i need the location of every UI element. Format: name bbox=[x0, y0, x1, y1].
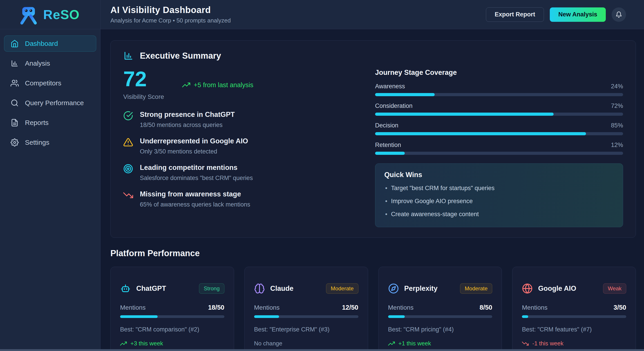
best-query: Best: "CRM pricing" (#4) bbox=[388, 326, 492, 333]
platform-name: Claude bbox=[270, 285, 321, 293]
bar-chart-icon bbox=[123, 50, 134, 61]
visibility-score: 72 Visibility Score bbox=[123, 68, 164, 100]
sidebar-item-reports[interactable]: Reports bbox=[4, 115, 96, 131]
sidebar-item-query-performance[interactable]: Query Performance bbox=[4, 95, 96, 111]
mentions-value: 12/50 bbox=[342, 304, 358, 311]
document-icon bbox=[10, 119, 19, 127]
trending-down-icon bbox=[522, 340, 529, 347]
platform-card-chatgpt: ChatGPT Strong Mentions 18/50 Best: "CRM… bbox=[110, 267, 234, 351]
platform-performance-title: Platform Performance bbox=[110, 249, 636, 258]
finding-title: Missing from awareness stage bbox=[140, 190, 250, 198]
trending-up-icon bbox=[388, 340, 395, 347]
finding-title: Underrepresented in Google AIO bbox=[140, 137, 248, 145]
brand-name: ReSO bbox=[43, 7, 80, 22]
content-pane: AI Visibility Dashboard Analysis for Acm… bbox=[100, 0, 644, 351]
robot-icon bbox=[18, 4, 39, 25]
globe-icon bbox=[522, 283, 533, 294]
finding-item: Leading competitor mentions Salesforce d… bbox=[123, 163, 350, 182]
mentions-progress-track bbox=[388, 315, 492, 318]
finding-title: Leading competitor mentions bbox=[140, 163, 253, 172]
quick-wins-panel: Quick Wins Target "best CRM for startups… bbox=[375, 163, 623, 227]
trending-up-icon bbox=[120, 340, 127, 347]
platform-name: Perplexity bbox=[404, 285, 455, 293]
weekly-trend-label: +1 this week bbox=[398, 340, 431, 347]
weekly-trend: +3 this week bbox=[120, 340, 224, 347]
sidebar-item-settings[interactable]: Settings bbox=[4, 134, 96, 151]
brand-logo[interactable]: ReSO bbox=[0, 0, 100, 29]
sidebar-item-label: Settings bbox=[25, 139, 49, 146]
findings-list: Strong presence in ChatGPT 18/50 mention… bbox=[123, 110, 350, 208]
export-report-button[interactable]: Export Report bbox=[486, 7, 544, 22]
new-analysis-button[interactable]: New Analysis bbox=[550, 7, 606, 22]
mentions-value: 18/50 bbox=[208, 304, 224, 311]
search-icon bbox=[10, 99, 19, 107]
brain-icon bbox=[254, 283, 265, 294]
bell-icon bbox=[616, 11, 622, 18]
mentions-label: Mentions bbox=[120, 304, 146, 311]
sidebar-item-label: Analysis bbox=[25, 59, 50, 67]
platform-card-claude: Claude Moderate Mentions 12/50 Best: "En… bbox=[244, 267, 368, 351]
mentions-progress-fill bbox=[254, 315, 279, 318]
weekly-trend-label: -1 this week bbox=[532, 340, 564, 347]
compass-icon bbox=[388, 283, 399, 294]
target-icon bbox=[123, 164, 133, 175]
weekly-trend: -1 this week bbox=[522, 340, 626, 347]
finding-detail: 18/50 mentions across queries bbox=[140, 121, 235, 129]
platform-cards: ChatGPT Strong Mentions 18/50 Best: "CRM… bbox=[110, 267, 636, 351]
mentions-label: Mentions bbox=[388, 304, 414, 311]
status-badge: Weak bbox=[603, 283, 626, 294]
best-query: Best: "CRM comparison" (#2) bbox=[120, 326, 224, 333]
finding-item: Missing from awareness stage 65% of awar… bbox=[123, 190, 350, 208]
executive-summary-title: Executive Summary bbox=[140, 51, 221, 61]
quick-win-item: Improve Google AIO presence bbox=[384, 197, 614, 205]
trending-up-icon bbox=[182, 81, 190, 89]
notifications-button[interactable] bbox=[612, 7, 626, 22]
finding-detail: Salesforce dominates "best CRM" queries bbox=[140, 174, 253, 182]
mentions-progress-track bbox=[120, 315, 224, 318]
mentions-progress-track bbox=[522, 315, 626, 318]
journey-column: Journey Stage Coverage Awareness 24% Con… bbox=[375, 68, 623, 227]
sidebar-item-label: Reports bbox=[25, 119, 48, 126]
platform-name: Google AIO bbox=[538, 285, 598, 293]
gear-icon bbox=[10, 138, 19, 146]
main-content: Executive Summary 72 Visibility Score bbox=[100, 29, 644, 351]
home-icon bbox=[10, 39, 19, 48]
sidebar-item-competitors[interactable]: Competitors bbox=[4, 75, 96, 91]
mentions-value: 8/50 bbox=[480, 304, 492, 311]
finding-title: Strong presence in ChatGPT bbox=[140, 110, 235, 119]
check-circle-icon bbox=[123, 111, 133, 122]
mentions-progress-fill bbox=[120, 315, 158, 318]
bot-icon bbox=[120, 283, 131, 294]
status-badge: Moderate bbox=[326, 283, 358, 294]
stage-label: Awareness bbox=[375, 82, 405, 90]
finding-item: Underrepresented in Google AIO Only 3/50… bbox=[123, 137, 350, 155]
journey-stage: Awareness 24% bbox=[375, 82, 623, 96]
stage-progress-fill bbox=[375, 93, 435, 96]
platform-card-google-aio: Google AIO Weak Mentions 3/50 Best: "CRM… bbox=[512, 267, 636, 351]
stage-progress-fill bbox=[375, 132, 586, 135]
journey-stage: Retention 12% bbox=[375, 141, 623, 155]
weekly-trend-label: No change bbox=[254, 340, 282, 347]
page-title: AI Visibility Dashboard bbox=[110, 5, 231, 15]
stage-percent: 12% bbox=[611, 141, 623, 149]
app-root: ReSO Dashboard Analysis Competitors Quer… bbox=[0, 0, 644, 351]
trending-down-icon bbox=[123, 190, 133, 201]
journey-stage: Consideration 72% bbox=[375, 102, 623, 116]
mentions-progress-fill bbox=[522, 315, 528, 318]
quick-win-item: Target "best CRM for startups" queries bbox=[384, 184, 614, 192]
sidebar-item-dashboard[interactable]: Dashboard bbox=[4, 35, 96, 52]
sidebar: ReSO Dashboard Analysis Competitors Quer… bbox=[0, 0, 100, 351]
visibility-score-label: Visibility Score bbox=[123, 93, 164, 100]
stage-percent: 85% bbox=[611, 122, 623, 129]
stage-progress-track bbox=[375, 132, 623, 135]
score-column: 72 Visibility Score +5 from last analysi… bbox=[123, 68, 350, 227]
sidebar-item-analysis[interactable]: Analysis bbox=[4, 55, 96, 71]
stage-label: Retention bbox=[375, 141, 401, 149]
weekly-trend-label: +3 this week bbox=[130, 340, 163, 347]
weekly-trend: +1 this week bbox=[388, 340, 492, 347]
stage-percent: 72% bbox=[611, 102, 623, 110]
stage-label: Decision bbox=[375, 122, 398, 129]
executive-summary-header: Executive Summary bbox=[123, 50, 623, 61]
bar-chart-icon bbox=[10, 59, 19, 67]
finding-item: Strong presence in ChatGPT 18/50 mention… bbox=[123, 110, 350, 129]
